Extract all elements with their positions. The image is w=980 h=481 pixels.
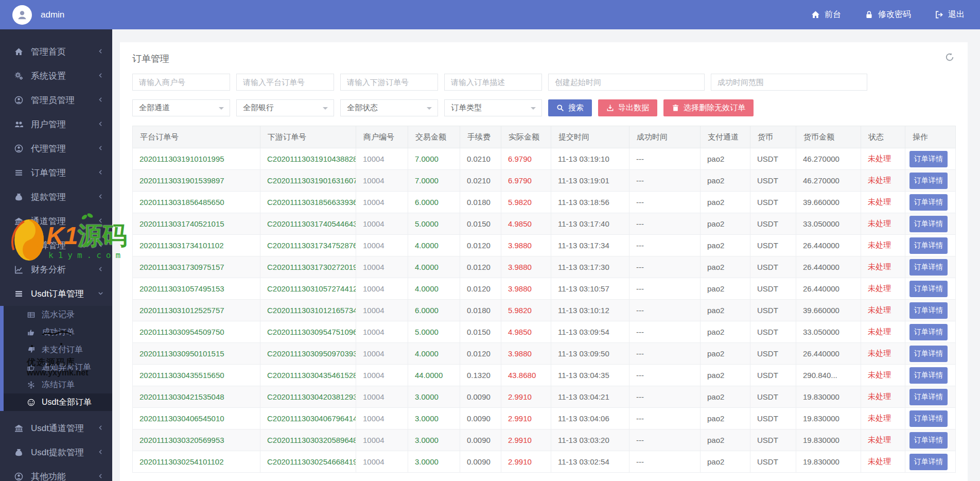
order-detail-button[interactable]: 订单详情	[909, 432, 948, 449]
platform-order-no: 20201113030950101515	[133, 343, 260, 365]
order-detail-button[interactable]: 订单详情	[909, 259, 948, 276]
snowflake-icon	[26, 381, 36, 389]
downstream-order-no: C20201113031856633936	[260, 192, 356, 213]
currency-amount: 46.270000	[796, 170, 861, 192]
delete-invalid-button[interactable]: 选择删除无效订单	[663, 99, 754, 116]
fee: 0.0120	[460, 235, 501, 256]
status-select[interactable]: 全部状态	[340, 99, 438, 116]
sidebar-item-usdt-withdraw-manage[interactable]: Usdt提款管理	[0, 440, 112, 465]
order-detail-button[interactable]: 订单详情	[909, 281, 948, 297]
merchant-no: 10004	[356, 148, 408, 170]
pay-channel: pao2	[701, 321, 750, 343]
sidebar-item-usdt-order-manage[interactable]: Usdt订单管理	[0, 282, 112, 306]
actual-amount: 3.9880	[501, 256, 551, 278]
sidebar-item-finance-analysis[interactable]: 财务分析	[0, 257, 112, 282]
merchant-no: 10004	[356, 451, 408, 473]
search-button[interactable]: 搜索	[548, 99, 592, 116]
pay-channel: pao2	[701, 300, 750, 321]
sidebar-item-withdraw-manage[interactable]: 提款管理	[0, 185, 112, 209]
table-row: 20201113031057495153C2020111303105727441…	[133, 278, 956, 300]
topnav-front[interactable]: 前台	[811, 9, 841, 20]
topnav-change-password[interactable]: 修改密码	[865, 9, 911, 20]
submenu-item-frozen-orders[interactable]: 冻结订单	[4, 376, 112, 393]
submenu-item-flow-records[interactable]: 流水记录	[4, 306, 112, 323]
merchant-no: 10004	[356, 170, 408, 192]
sidebar-item-agent-manage[interactable]: 代理管理	[0, 136, 112, 161]
bank-icon	[13, 424, 24, 433]
sidebar-item-admin-manage[interactable]: 管理员管理	[0, 88, 112, 112]
downstream-order-no: C20201113031910438828	[260, 148, 356, 170]
bank-select[interactable]: 全部银行	[236, 99, 334, 116]
success-time-input[interactable]	[711, 74, 867, 91]
actual-amount: 4.9850	[501, 321, 551, 343]
order-detail-button[interactable]: 订单详情	[909, 216, 948, 232]
refresh-icon[interactable]	[945, 53, 954, 64]
avatar[interactable]	[12, 5, 32, 25]
order-detail-button[interactable]: 订单详情	[909, 346, 948, 362]
merchant-no: 10004	[356, 235, 408, 256]
platform-order-no: 20201113031057495153	[133, 278, 260, 300]
pay-channel: pao2	[701, 192, 750, 213]
amount: 5.0000	[408, 321, 460, 343]
export-button[interactable]: 导出数据	[598, 99, 657, 116]
currency-amount: 26.440000	[796, 343, 861, 365]
column-header: 手续费	[460, 126, 501, 148]
amount: 4.0000	[408, 343, 460, 365]
submit-time: 11-13 03:17:34	[551, 235, 629, 256]
submenu-item-success-orders[interactable]: 成功订单	[4, 323, 112, 341]
sidebar-item-channel-manage[interactable]: 通道管理	[0, 209, 112, 233]
sidebar-item-system-settings[interactable]: 系统设置	[0, 64, 112, 88]
order-detail-button[interactable]: 订单详情	[909, 151, 948, 167]
order-detail-button[interactable]: 订单详情	[909, 367, 948, 384]
order-detail-button[interactable]: 订单详情	[909, 454, 948, 470]
success-time: ---	[629, 321, 701, 343]
currency: USDT	[750, 192, 796, 213]
submenu-item-usdt-all-orders[interactable]: Usdt全部订单	[4, 393, 112, 411]
chevron-left-icon	[97, 265, 104, 275]
downstream-order-input[interactable]	[340, 74, 438, 91]
sidebar-item-settle-manage[interactable]: 结算管理	[0, 233, 112, 257]
topnav-logout[interactable]: 退出	[935, 9, 965, 20]
sidebar-item-user-manage[interactable]: 用户管理	[0, 112, 112, 136]
pay-channel: pao2	[701, 343, 750, 365]
order-detail-button[interactable]: 订单详情	[909, 389, 948, 405]
submenu-item-unpaid-orders[interactable]: 未支付订单	[4, 341, 112, 358]
sidebar-item-admin-home[interactable]: 管理首页	[0, 40, 112, 64]
card-header: 订单管理	[132, 53, 955, 65]
order-desc-input[interactable]	[444, 74, 542, 91]
amount: 3.0000	[408, 408, 460, 430]
amount: 6.0000	[408, 300, 460, 321]
platform-order-no: 20201113030421535048	[133, 386, 260, 408]
platform-order-input[interactable]	[236, 74, 334, 91]
order-detail-button[interactable]: 订单详情	[909, 194, 948, 211]
signout-icon	[935, 10, 943, 19]
pay-channel: pao2	[701, 213, 750, 235]
sidebar-item-usdt-channel-manage[interactable]: Usdt通道管理	[0, 416, 112, 440]
order-detail-button[interactable]: 订单详情	[909, 324, 948, 340]
smiley-icon	[26, 399, 36, 406]
currency-amount: 19.830000	[796, 451, 861, 473]
order-detail-button[interactable]: 订单详情	[909, 237, 948, 254]
status: 未处理	[861, 365, 905, 386]
submit-time: 11-13 03:17:30	[551, 256, 629, 278]
channel-select[interactable]: 全部通道	[132, 99, 230, 116]
order-detail-button[interactable]: 订单详情	[909, 410, 948, 427]
table-row: 20201113030320569953C2020111303032058964…	[133, 430, 956, 451]
currency-amount: 19.830000	[796, 408, 861, 430]
submenu-item-notify-exception-orders[interactable]: 通知异常订单	[4, 358, 112, 376]
order-type-select[interactable]: 订单类型	[444, 99, 542, 116]
home-icon	[811, 10, 820, 19]
order-detail-button[interactable]: 订单详情	[909, 173, 948, 189]
sidebar-item-other-functions[interactable]: 其他功能	[0, 465, 112, 481]
order-detail-button[interactable]: 订单详情	[909, 302, 948, 319]
create-time-input[interactable]	[548, 74, 705, 91]
chevron-left-icon	[97, 423, 104, 434]
currency: USDT	[750, 256, 796, 278]
success-time: ---	[629, 170, 701, 192]
fee: 0.0120	[460, 278, 501, 300]
sidebar-item-order-manage[interactable]: 订单管理	[0, 161, 112, 185]
currency-amount: 26.440000	[796, 256, 861, 278]
status: 未处理	[861, 386, 905, 408]
merchant-no-input[interactable]	[132, 74, 230, 91]
platform-order-no: 20201113031901539897	[133, 170, 260, 192]
